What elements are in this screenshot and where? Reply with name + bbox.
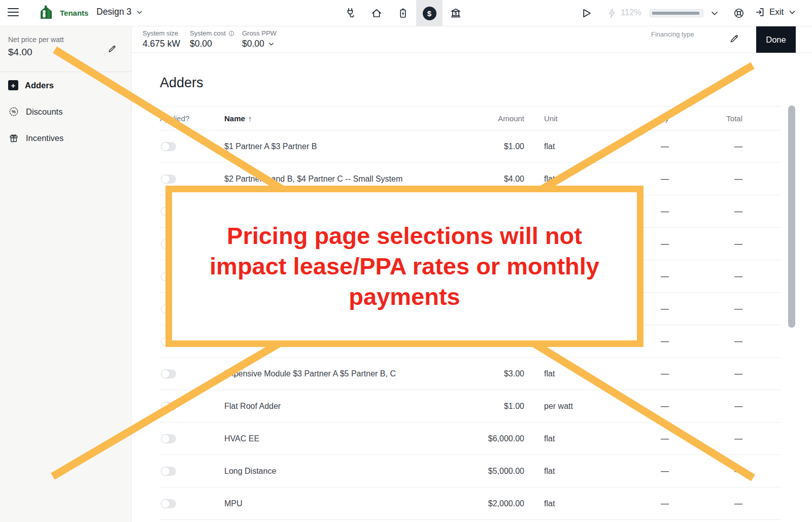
warning-line: impact lease/PPA rates or monthly [210,251,599,282]
col-unit: Unit [524,114,635,123]
stat-label: System cost [190,29,226,37]
applied-toggle[interactable] [161,175,176,184]
adder-unit: per watt [524,402,635,411]
plus-square-icon: + [8,80,18,90]
applied-toggle[interactable] [161,142,176,151]
applied-toggle[interactable] [161,467,176,476]
table-row: Flat Roof Adder$1.00per watt—— [160,390,782,423]
adder-unit: flat [524,175,635,184]
sidebar-item-discounts[interactable]: % Discounts [0,98,131,125]
toggle-knob [161,175,170,183]
sidebar-item-label: Discounts [26,107,62,117]
adder-total: — [669,337,742,346]
adder-qty: — [635,142,669,151]
toggle-knob [161,467,170,475]
stat-label: System size [143,29,180,37]
help-icon[interactable] [733,7,745,19]
brand-name: Tenants [60,9,88,17]
dollar-badge: $ [423,7,436,20]
adder-name: MPU [224,499,473,508]
net-price-value: $4.00 [8,47,123,58]
col-total: Total [669,114,742,123]
table-row: HVAC EE$6,000.00flat—— [160,423,782,455]
brand-logo[interactable]: Tenants [37,3,88,23]
toggle-knob [161,435,170,443]
applied-cell [160,466,224,476]
toggle-knob [161,500,170,508]
adder-qty: — [635,402,669,411]
applied-toggle[interactable] [161,434,176,443]
adder-total: — [669,142,742,151]
toggle-knob [161,402,170,410]
applied-toggle[interactable] [161,499,176,508]
home-icon[interactable] [363,0,390,26]
warning-text: Pricing page selections will not impact … [210,221,599,312]
design-selector[interactable]: Design 3 [96,7,144,17]
adder-qty: — [635,499,669,508]
exit-label: Exit [769,7,784,17]
adder-total: — [669,272,742,281]
table-row [160,520,782,522]
financing-bank-icon[interactable]: $ [443,0,469,26]
progress-chevron-icon[interactable] [709,8,720,18]
adder-qty: — [635,467,669,476]
gift-icon [8,132,19,144]
applied-cell [160,369,224,378]
adder-amount: $4.00 [473,175,524,184]
info-icon[interactable] [228,30,235,37]
applied-toggle[interactable] [161,369,176,378]
design-summary-bar: System size 4.675 kW System cost $0.00 G… [132,26,812,53]
applied-toggle[interactable] [161,402,176,411]
svg-text:$: $ [454,11,457,16]
adder-total: — [669,369,742,378]
menu-icon[interactable] [8,8,19,17]
sidebar-item-incentives[interactable]: Incentives [0,125,131,151]
stat-value: $0.00 [190,39,235,49]
top-bar: Tenants Design 3 $ [0,0,812,26]
page-title: Adders [160,75,204,91]
edit-pricing-icon[interactable] [729,33,740,44]
adder-amount: $2,000.00 [473,499,524,508]
adder-total: — [669,175,742,184]
sidebar-item-adders[interactable]: + Adders [0,72,131,98]
battery-icon[interactable] [390,0,416,26]
adder-name: $1 Partner A $3 Partner B [224,142,473,151]
plug-icon[interactable] [337,0,363,26]
applied-cell [160,142,224,151]
table-header: Applied? Name ↑ Amount Unit Qty Total [160,106,782,130]
adder-unit: flat [524,499,635,508]
edit-net-price-icon[interactable] [107,44,117,54]
zoom-percent: 112% [621,8,641,17]
adder-total: — [669,402,742,411]
toggle-knob [161,370,170,378]
financing-type-label: Financing type [651,30,694,38]
adder-qty: — [635,175,669,184]
chevron-down-icon [136,8,144,16]
simulate-icon[interactable] [581,7,593,19]
sort-asc-icon: ↑ [248,114,252,123]
pricing-dollar-icon[interactable]: $ [416,0,443,26]
bolt-icon [606,8,618,19]
adder-total: — [669,304,742,314]
svg-text:%: % [12,109,16,114]
adder-amount: $6,000.00 [473,434,524,443]
progress-bar [650,9,703,17]
net-price-section: Net price per watt $4.00 [0,26,131,72]
percent-badge-icon: % [8,106,19,117]
table-row: MPU$2,000.00flat—— [160,488,782,520]
col-name[interactable]: Name ↑ [224,114,473,123]
done-button[interactable]: Done [756,26,796,53]
col-applied: Applied? [160,114,224,123]
progress-fill [652,12,699,15]
net-price-label: Net price per watt [8,36,123,44]
gross-ppw-dropdown[interactable]: $0.00 [242,39,277,49]
adder-total: — [669,434,742,443]
adder-total: — [669,499,742,508]
vertical-scrollbar[interactable] [788,106,795,328]
stat-gross-ppw: Gross PPW $0.00 [242,29,277,49]
adder-name: Expensive Module $3 Partner A $5 Partner… [224,369,473,378]
exit-button[interactable]: Exit [754,7,797,18]
sidebar-item-label: Incentives [26,133,63,143]
warning-line: Pricing page selections will not [210,221,599,251]
sidebar-item-label: Adders [25,81,54,90]
